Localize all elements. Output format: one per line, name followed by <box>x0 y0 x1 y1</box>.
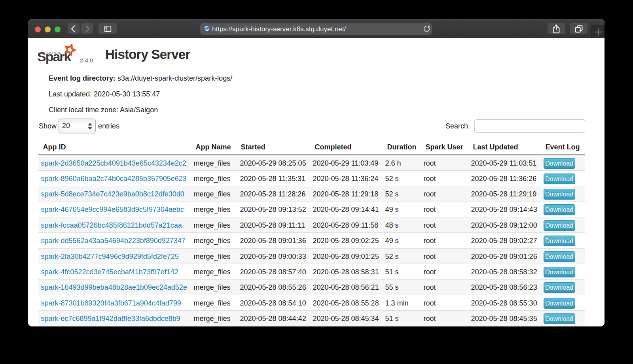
svg-text:APACHE: APACHE <box>47 51 61 54</box>
